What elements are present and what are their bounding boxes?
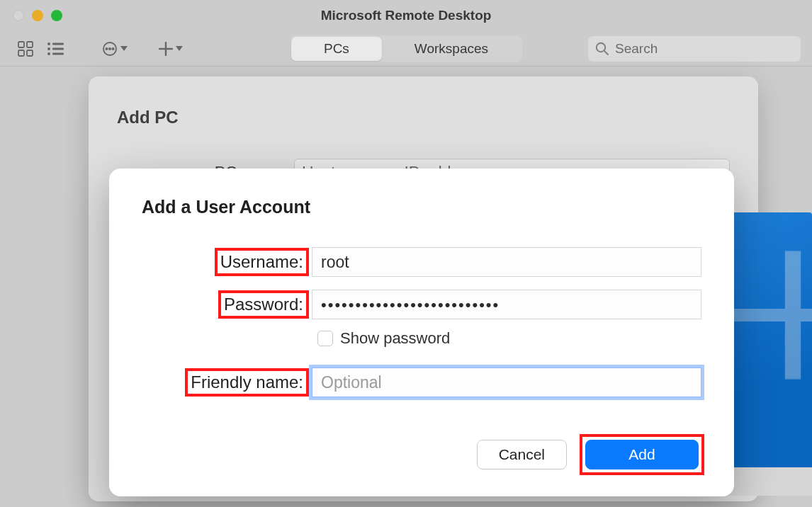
- show-password-label: Show password: [340, 329, 450, 348]
- desktop-thumbnail: [727, 212, 812, 496]
- close-window-button[interactable]: [13, 10, 24, 21]
- svg-point-16: [597, 42, 605, 51]
- search-input[interactable]: [615, 41, 794, 57]
- cancel-button[interactable]: Cancel: [477, 440, 567, 469]
- svg-rect-1: [27, 42, 33, 47]
- dialog-title: Add a User Account: [142, 197, 701, 217]
- svg-point-11: [106, 47, 107, 49]
- minimize-window-button[interactable]: [32, 10, 43, 21]
- search-icon: [595, 42, 609, 56]
- svg-point-8: [47, 52, 50, 55]
- list-view-button[interactable]: [41, 36, 69, 62]
- grid-view-button[interactable]: [11, 36, 40, 62]
- tab-pcs[interactable]: PCs: [291, 37, 382, 61]
- add-button-highlight: Add: [582, 437, 701, 472]
- svg-line-17: [604, 51, 609, 55]
- username-label: Username:: [218, 251, 306, 273]
- svg-point-6: [47, 47, 50, 50]
- svg-point-13: [112, 47, 113, 49]
- svg-rect-2: [18, 50, 24, 56]
- svg-rect-0: [18, 42, 24, 47]
- more-actions-button[interactable]: [99, 36, 130, 62]
- tab-workspaces[interactable]: Workspaces: [382, 37, 521, 61]
- svg-rect-3: [27, 50, 33, 56]
- search-field[interactable]: [588, 36, 801, 62]
- chevron-down-icon: [176, 46, 183, 51]
- password-label: Password:: [221, 293, 306, 316]
- svg-rect-7: [52, 47, 64, 50]
- zoom-window-button[interactable]: [51, 10, 62, 21]
- chevron-down-icon: [120, 46, 128, 51]
- friendly-name-input[interactable]: [312, 368, 701, 397]
- add-button[interactable]: Add: [585, 440, 699, 469]
- svg-rect-5: [52, 42, 64, 45]
- svg-rect-9: [52, 52, 64, 55]
- add-pc-title: Add PC: [117, 108, 730, 127]
- view-segmented-control: PCs Workspaces: [290, 35, 522, 62]
- password-input[interactable]: ••••••••••••••••••••••••••: [312, 290, 701, 319]
- show-password-checkbox[interactable]: [317, 331, 333, 346]
- username-input[interactable]: [312, 247, 701, 277]
- window-titlebar: Microsoft Remote Desktop: [0, 0, 812, 31]
- svg-point-4: [47, 42, 50, 45]
- window-title: Microsoft Remote Desktop: [0, 8, 812, 23]
- toolbar: PCs Workspaces: [0, 31, 812, 67]
- friendly-name-label: Friendly name:: [188, 371, 306, 394]
- traffic-lights: [0, 10, 62, 21]
- add-user-account-dialog: Add a User Account Username: Password: •…: [109, 169, 734, 496]
- add-button[interactable]: [156, 36, 186, 62]
- svg-point-12: [109, 47, 111, 49]
